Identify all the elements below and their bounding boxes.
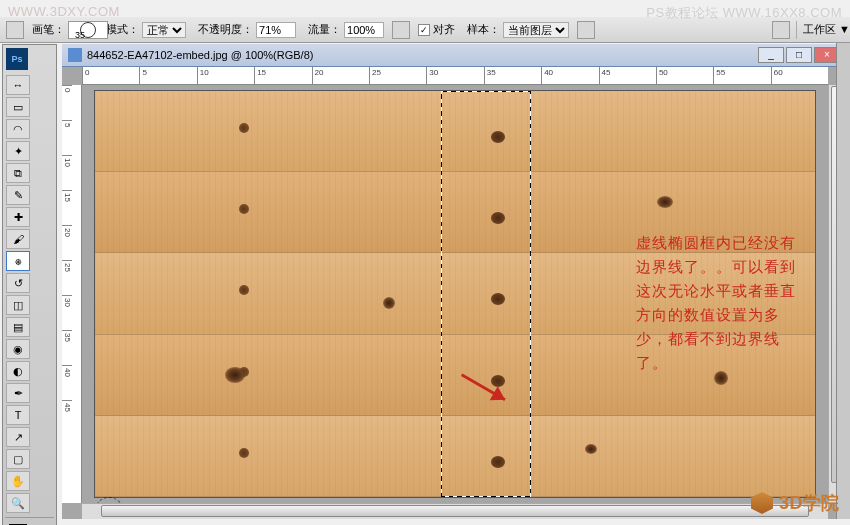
align-checkbox[interactable] — [418, 24, 430, 36]
marquee-selection — [441, 91, 531, 497]
workspace-label[interactable]: 工作区 ▼ — [803, 22, 850, 37]
ruler-vertical[interactable]: 05 1015 2025 3035 4045 — [62, 85, 82, 503]
hand-tool[interactable]: ✋ — [6, 471, 30, 491]
watermark-3dxy: WWW.3DXY.COM — [8, 4, 120, 19]
brush-size-value: 35 — [75, 30, 85, 40]
tools-panel: Ps ↔ ▭ ◠ ✦ ⧉ ✎ ✚ 🖌 ⎈ ↺ ◫ ▤ ◉ ◐ ✒ T ↗ ▢ ✋… — [2, 44, 57, 525]
eraser-tool[interactable]: ◫ — [6, 295, 30, 315]
clone-stamp-tool-icon[interactable] — [6, 21, 24, 39]
brush-thumbnail[interactable] — [68, 21, 108, 39]
blur-tool[interactable]: ◉ — [6, 339, 30, 359]
canvas-viewport[interactable]: 虚线椭圆框内已经没有边界线了。。可以看到这次无论水平或者垂直方向的数值设置为多少… — [82, 85, 828, 503]
opacity-label: 不透明度： — [198, 22, 253, 37]
window-minimize[interactable]: _ — [758, 47, 784, 63]
doc-tab-title: 844652-EA47102-embed.jpg @ 100%(RGB/8) — [87, 49, 313, 61]
sample-label: 样本： — [467, 22, 500, 37]
mode-label: 模式： — [106, 22, 139, 37]
history-brush-tool[interactable]: ↺ — [6, 273, 30, 293]
zoom-tool[interactable]: 🔍 — [6, 493, 30, 513]
flow-input[interactable] — [344, 22, 384, 38]
annotation-text: 虚线椭圆框内已经没有边界线了。。可以看到这次无论水平或者垂直方向的数值设置为多少… — [636, 231, 801, 375]
heal-tool[interactable]: ✚ — [6, 207, 30, 227]
brush-label: 画笔： — [32, 22, 65, 37]
doc-tab-icon — [68, 48, 82, 62]
bridge-icon[interactable] — [772, 21, 790, 39]
shape-tool[interactable]: ▢ — [6, 449, 30, 469]
marquee-tool[interactable]: ▭ — [6, 97, 30, 117]
canvas-image[interactable]: 虚线椭圆框内已经没有边界线了。。可以看到这次无论水平或者垂直方向的数值设置为多少… — [95, 91, 815, 497]
flow-label: 流量： — [308, 22, 341, 37]
watermark-3d-school: 3D学院 — [751, 491, 840, 515]
dodge-tool[interactable]: ◐ — [6, 361, 30, 381]
wand-tool[interactable]: ✦ — [6, 141, 30, 161]
eyedropper-tool[interactable]: ✎ — [6, 185, 30, 205]
document-window: 844652-EA47102-embed.jpg @ 100%(RGB/8) _… — [62, 44, 844, 519]
stamp-tool[interactable]: ⎈ — [6, 251, 30, 271]
type-tool[interactable]: T — [6, 405, 30, 425]
opacity-input[interactable] — [256, 22, 296, 38]
document-tab[interactable]: 844652-EA47102-embed.jpg @ 100%(RGB/8) _… — [62, 44, 844, 67]
brush-tool[interactable]: 🖌 — [6, 229, 30, 249]
ignore-adjust-icon[interactable] — [577, 21, 595, 39]
airbrush-icon[interactable] — [392, 21, 410, 39]
scrollbar-horizontal[interactable] — [82, 503, 828, 519]
sample-select[interactable]: 当前图层 — [503, 22, 569, 38]
ruler-horizontal[interactable]: 05 1015 2025 3035 4045 5055 60 — [82, 67, 828, 85]
window-maximize[interactable]: □ — [786, 47, 812, 63]
watermark-16xx8: PS教程论坛 WWW.16XX8.COM — [646, 4, 842, 22]
align-label: 对齐 — [433, 22, 455, 37]
gradient-tool[interactable]: ▤ — [6, 317, 30, 337]
lasso-tool[interactable]: ◠ — [6, 119, 30, 139]
move-tool[interactable]: ↔ — [6, 75, 30, 95]
path-tool[interactable]: ↗ — [6, 427, 30, 447]
panel-dock-edge[interactable] — [836, 43, 850, 519]
crop-tool[interactable]: ⧉ — [6, 163, 30, 183]
mode-select[interactable]: 正常 — [142, 22, 186, 38]
cube-icon — [751, 492, 773, 514]
pen-tool[interactable]: ✒ — [6, 383, 30, 403]
ps-logo-icon: Ps — [6, 48, 28, 70]
